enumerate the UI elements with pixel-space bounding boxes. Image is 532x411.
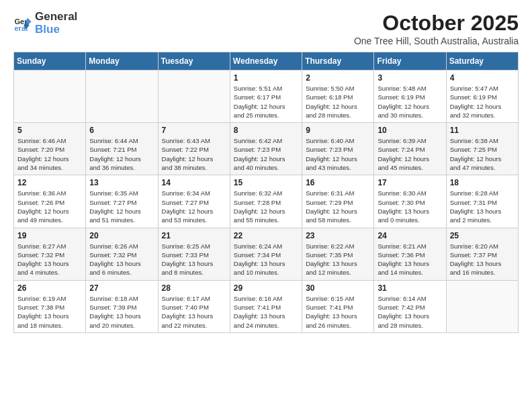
calendar-cell: 13Sunrise: 6:35 AM Sunset: 7:27 PM Dayli… xyxy=(86,175,158,228)
day-number: 29 xyxy=(234,283,298,293)
day-number: 1 xyxy=(234,73,298,83)
calendar-cell: 24Sunrise: 6:21 AM Sunset: 7:36 PM Dayli… xyxy=(374,228,446,280)
calendar-cell: 10Sunrise: 6:39 AM Sunset: 7:24 PM Dayli… xyxy=(374,123,446,175)
weekday-header: Monday xyxy=(86,52,158,71)
day-info: Sunrise: 6:34 AM Sunset: 7:27 PM Dayligh… xyxy=(162,189,226,224)
calendar-table: SundayMondayTuesdayWednesdayThursdayFrid… xyxy=(13,52,519,333)
day-info: Sunrise: 6:30 AM Sunset: 7:30 PM Dayligh… xyxy=(378,189,442,224)
weekday-header: Friday xyxy=(374,52,446,71)
day-number: 3 xyxy=(378,73,442,83)
day-info: Sunrise: 6:42 AM Sunset: 7:23 PM Dayligh… xyxy=(234,136,298,172)
calendar-cell: 30Sunrise: 6:15 AM Sunset: 7:41 PM Dayli… xyxy=(302,280,374,332)
day-number: 27 xyxy=(89,283,154,293)
calendar-cell: 11Sunrise: 6:38 AM Sunset: 7:25 PM Dayli… xyxy=(446,123,518,175)
calendar-cell xyxy=(14,71,86,123)
calendar-cell: 29Sunrise: 6:16 AM Sunset: 7:41 PM Dayli… xyxy=(230,280,302,332)
day-number: 31 xyxy=(378,283,442,293)
day-info: Sunrise: 5:47 AM Sunset: 6:19 PM Dayligh… xyxy=(450,84,515,120)
day-info: Sunrise: 6:36 AM Sunset: 7:26 PM Dayligh… xyxy=(17,189,82,224)
logo: Gen eral General Blue xyxy=(13,11,77,36)
logo-general-text: General xyxy=(35,11,77,24)
calendar-cell: 3Sunrise: 5:48 AM Sunset: 6:19 PM Daylig… xyxy=(374,71,446,123)
month-title: October 2025 xyxy=(354,11,519,36)
calendar-cell: 12Sunrise: 6:36 AM Sunset: 7:26 PM Dayli… xyxy=(14,175,86,228)
day-number: 23 xyxy=(306,231,370,240)
day-info: Sunrise: 6:44 AM Sunset: 7:21 PM Dayligh… xyxy=(89,136,154,172)
title-block: October 2025 One Tree Hill, South Austra… xyxy=(354,11,519,46)
logo-icon: Gen eral xyxy=(13,14,32,33)
weekday-header: Thursday xyxy=(302,52,374,71)
day-number: 13 xyxy=(89,178,154,187)
day-number: 7 xyxy=(162,126,226,135)
day-info: Sunrise: 6:18 AM Sunset: 7:39 PM Dayligh… xyxy=(89,294,154,330)
location-title: One Tree Hill, South Australia, Australi… xyxy=(354,36,519,46)
day-info: Sunrise: 6:28 AM Sunset: 7:31 PM Dayligh… xyxy=(450,189,515,224)
day-info: Sunrise: 5:51 AM Sunset: 6:17 PM Dayligh… xyxy=(234,84,298,120)
day-info: Sunrise: 6:26 AM Sunset: 7:32 PM Dayligh… xyxy=(89,242,154,277)
day-info: Sunrise: 6:15 AM Sunset: 7:41 PM Dayligh… xyxy=(306,294,370,330)
calendar-cell: 15Sunrise: 6:32 AM Sunset: 7:28 PM Dayli… xyxy=(230,175,302,228)
calendar-cell: 19Sunrise: 6:27 AM Sunset: 7:32 PM Dayli… xyxy=(14,228,86,280)
day-number: 12 xyxy=(17,178,82,187)
day-number: 18 xyxy=(450,178,515,187)
logo-blue-text: Blue xyxy=(35,24,77,36)
day-info: Sunrise: 6:24 AM Sunset: 7:34 PM Dayligh… xyxy=(234,242,298,277)
day-number: 15 xyxy=(234,178,298,187)
calendar-cell: 6Sunrise: 6:44 AM Sunset: 7:21 PM Daylig… xyxy=(86,123,158,175)
day-info: Sunrise: 6:38 AM Sunset: 7:25 PM Dayligh… xyxy=(450,136,515,172)
day-number: 10 xyxy=(378,126,442,135)
day-number: 17 xyxy=(378,178,442,187)
calendar-cell: 9Sunrise: 6:40 AM Sunset: 7:23 PM Daylig… xyxy=(302,123,374,175)
weekday-header: Saturday xyxy=(446,52,518,71)
day-info: Sunrise: 6:35 AM Sunset: 7:27 PM Dayligh… xyxy=(89,189,154,224)
calendar-cell: 14Sunrise: 6:34 AM Sunset: 7:27 PM Dayli… xyxy=(158,175,230,228)
calendar-cell xyxy=(86,71,158,123)
calendar-cell: 18Sunrise: 6:28 AM Sunset: 7:31 PM Dayli… xyxy=(446,175,518,228)
weekday-header: Wednesday xyxy=(230,52,302,71)
day-info: Sunrise: 6:43 AM Sunset: 7:22 PM Dayligh… xyxy=(162,136,226,172)
calendar-cell: 2Sunrise: 5:50 AM Sunset: 6:18 PM Daylig… xyxy=(302,71,374,123)
calendar-week-row: 19Sunrise: 6:27 AM Sunset: 7:32 PM Dayli… xyxy=(14,228,519,280)
calendar-cell xyxy=(158,71,230,123)
day-number: 11 xyxy=(450,126,515,135)
calendar-cell: 23Sunrise: 6:22 AM Sunset: 7:35 PM Dayli… xyxy=(302,228,374,280)
calendar-cell: 5Sunrise: 6:46 AM Sunset: 7:20 PM Daylig… xyxy=(14,123,86,175)
day-number: 20 xyxy=(89,231,154,240)
day-number: 26 xyxy=(17,283,82,293)
day-number: 8 xyxy=(234,126,298,135)
day-number: 28 xyxy=(162,283,226,293)
calendar-cell: 7Sunrise: 6:43 AM Sunset: 7:22 PM Daylig… xyxy=(158,123,230,175)
day-info: Sunrise: 6:21 AM Sunset: 7:36 PM Dayligh… xyxy=(378,242,442,277)
calendar-cell: 31Sunrise: 6:14 AM Sunset: 7:42 PM Dayli… xyxy=(374,280,446,332)
day-info: Sunrise: 6:31 AM Sunset: 7:29 PM Dayligh… xyxy=(306,189,370,224)
day-info: Sunrise: 6:20 AM Sunset: 7:37 PM Dayligh… xyxy=(450,242,515,277)
day-number: 2 xyxy=(306,73,370,83)
day-number: 6 xyxy=(89,126,154,135)
calendar-week-row: 5Sunrise: 6:46 AM Sunset: 7:20 PM Daylig… xyxy=(14,123,519,175)
day-number: 25 xyxy=(450,231,515,240)
calendar-cell: 20Sunrise: 6:26 AM Sunset: 7:32 PM Dayli… xyxy=(86,228,158,280)
day-number: 21 xyxy=(162,231,226,240)
weekday-header: Tuesday xyxy=(158,52,230,71)
calendar-cell xyxy=(446,280,518,332)
day-number: 5 xyxy=(17,126,82,135)
day-number: 16 xyxy=(306,178,370,187)
calendar-cell: 4Sunrise: 5:47 AM Sunset: 6:19 PM Daylig… xyxy=(446,71,518,123)
calendar-cell: 28Sunrise: 6:17 AM Sunset: 7:40 PM Dayli… xyxy=(158,280,230,332)
day-number: 24 xyxy=(378,231,442,240)
day-info: Sunrise: 6:22 AM Sunset: 7:35 PM Dayligh… xyxy=(306,242,370,277)
calendar-cell: 25Sunrise: 6:20 AM Sunset: 7:37 PM Dayli… xyxy=(446,228,518,280)
weekday-header: Sunday xyxy=(14,52,86,71)
day-info: Sunrise: 6:27 AM Sunset: 7:32 PM Dayligh… xyxy=(17,242,82,277)
day-info: Sunrise: 6:14 AM Sunset: 7:42 PM Dayligh… xyxy=(378,294,442,330)
day-number: 30 xyxy=(306,283,370,293)
calendar-cell: 17Sunrise: 6:30 AM Sunset: 7:30 PM Dayli… xyxy=(374,175,446,228)
day-info: Sunrise: 6:25 AM Sunset: 7:33 PM Dayligh… xyxy=(162,242,226,277)
day-info: Sunrise: 6:17 AM Sunset: 7:40 PM Dayligh… xyxy=(162,294,226,330)
page-header: Gen eral General Blue October 2025 One T… xyxy=(13,11,519,46)
calendar-cell: 26Sunrise: 6:19 AM Sunset: 7:38 PM Dayli… xyxy=(14,280,86,332)
day-number: 22 xyxy=(234,231,298,240)
day-number: 9 xyxy=(306,126,370,135)
calendar-cell: 8Sunrise: 6:42 AM Sunset: 7:23 PM Daylig… xyxy=(230,123,302,175)
day-number: 19 xyxy=(17,231,82,240)
